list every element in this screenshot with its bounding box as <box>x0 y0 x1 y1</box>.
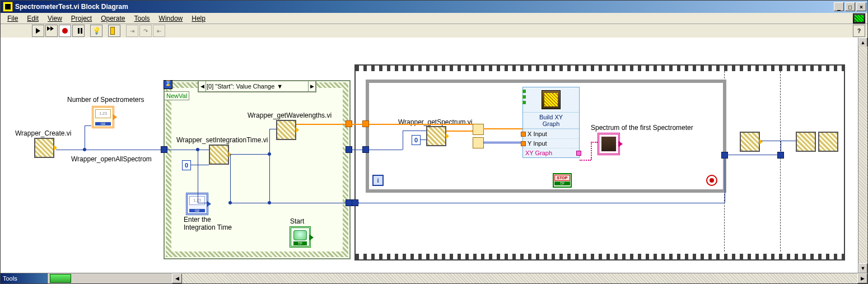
wire <box>269 129 276 129</box>
constant-zero-b[interactable]: 0 <box>412 135 421 145</box>
wire-junction <box>779 153 782 156</box>
wire <box>85 125 91 126</box>
wire <box>56 150 168 150</box>
tools-palette-titlebar[interactable]: Tools <box>1 273 48 283</box>
express-build-xy-graph[interactable]: Build XY Graph X Input Y Input XY Graph <box>522 87 580 158</box>
retain-wire-values-button[interactable] <box>108 25 120 37</box>
event-prev-case[interactable]: ◀ <box>199 81 206 91</box>
bottom-bar: Tools ◀ ▶ <box>1 273 867 283</box>
wire <box>165 150 209 150</box>
menu-tools[interactable]: Tools <box>130 13 155 24</box>
function-to-dbl[interactable] <box>473 124 484 135</box>
label-spectrum-first: Spectrum of the first Spectrometer <box>591 124 693 132</box>
subvi-frame2a[interactable] <box>740 132 760 152</box>
vi-icon[interactable] <box>853 13 865 24</box>
wire <box>403 131 426 131</box>
function-to-dbl[interactable] <box>473 137 484 148</box>
wire <box>591 142 598 143</box>
vertical-scrollbar[interactable]: ▲ ▼ <box>858 38 867 273</box>
pause-button[interactable] <box>72 25 85 37</box>
label-start: Start <box>290 217 304 225</box>
menu-window[interactable]: Window <box>155 13 188 24</box>
subvi-wrapper-getwavelengths[interactable] <box>276 120 296 140</box>
wire <box>761 141 796 141</box>
wire-junction <box>268 201 271 204</box>
event-next-case[interactable]: ▶ <box>308 81 315 91</box>
wire <box>580 160 591 161</box>
subvi-frame3[interactable] <box>796 132 816 152</box>
loop-iteration-terminal[interactable]: i <box>372 175 384 186</box>
subvi-wrapper-getspectrum[interactable] <box>426 126 446 146</box>
wire <box>725 155 725 203</box>
scroll-down-button[interactable]: ▼ <box>858 263 867 273</box>
indicator-number-of-spectrometers[interactable] <box>92 106 114 128</box>
wire <box>230 154 231 203</box>
sequence-frame-divider <box>780 71 781 252</box>
step-out-button[interactable]: ⇤ <box>153 25 165 37</box>
wire <box>198 203 209 203</box>
control-start-button[interactable] <box>290 226 311 248</box>
label-num-spectrometers: Number of Spectrometers <box>67 96 144 104</box>
constant-zero-a[interactable]: 0 <box>182 160 191 170</box>
wire <box>269 129 270 203</box>
subvi-wrapper-setintegrationtime[interactable] <box>209 145 229 165</box>
scroll-right-button[interactable]: ▶ <box>857 273 867 283</box>
menu-help[interactable]: Help <box>187 13 210 24</box>
menu-edit[interactable]: Edit <box>22 13 43 24</box>
menu-operate[interactable]: Operate <box>96 13 129 24</box>
wire <box>369 150 403 150</box>
indicator-xy-graph[interactable] <box>598 133 620 155</box>
event-case-selector[interactable]: ◀ [0] "Start": Value Change ▼ ▶ <box>198 80 316 92</box>
wire-junction <box>83 148 86 151</box>
abort-button[interactable] <box>59 25 71 37</box>
wire-junction <box>196 148 199 151</box>
wire <box>230 154 269 155</box>
event-structure[interactable]: ◀ [0] "Start": Value Change ▼ ▶ NewVal <box>164 80 351 259</box>
wire-junction <box>356 201 359 204</box>
wire <box>403 131 403 150</box>
menu-project[interactable]: Project <box>67 13 96 24</box>
wire <box>190 165 209 165</box>
wire <box>483 128 522 129</box>
wire <box>725 155 781 155</box>
tools-palette-icon[interactable] <box>50 274 71 283</box>
loop-condition-terminal[interactable] <box>706 175 717 186</box>
event-timeout-terminal[interactable] <box>164 80 172 89</box>
wire <box>591 142 592 160</box>
scroll-track[interactable] <box>858 46 867 264</box>
wire <box>351 150 367 150</box>
maximize-button[interactable]: □ <box>845 2 855 11</box>
subvi-frame3b[interactable] <box>818 132 838 152</box>
wire <box>420 139 426 140</box>
step-into-button[interactable]: ⇥ <box>126 25 138 37</box>
title-bar: SpectrometerTest.vi Block Diagram _ □ × <box>1 1 867 13</box>
window-title: SpectrometerTest.vi Block Diagram <box>15 3 128 11</box>
control-stop-terminal[interactable] <box>553 173 572 188</box>
wire <box>483 142 522 143</box>
label-wrapper-openall: Wrapper_openAllSpectrom <box>71 155 152 163</box>
wire <box>446 131 473 132</box>
close-button[interactable]: × <box>856 2 866 11</box>
run-button[interactable] <box>32 25 44 37</box>
highlight-execution-button[interactable] <box>90 25 102 37</box>
label-enter-int: Enter the Integration Time <box>184 216 232 231</box>
minimize-button[interactable]: _ <box>834 2 844 11</box>
step-over-button[interactable]: ↷ <box>139 25 152 37</box>
block-diagram-canvas[interactable]: Number of Spectrometers Wrapper_Create.v… <box>1 38 867 273</box>
wire <box>348 203 725 203</box>
menu-file[interactable]: File <box>3 13 22 24</box>
subvi-wrapper-create[interactable] <box>34 138 54 158</box>
label-wrapper-create: Wrapper_Create.vi <box>15 129 72 137</box>
toolbar: ⇥ ↷ ⇤ ? <box>1 24 867 38</box>
event-newval-terminal[interactable]: NewVal <box>165 91 189 100</box>
scroll-left-button[interactable]: ◀ <box>172 273 182 283</box>
wire-junction <box>228 201 232 204</box>
run-continuous-button[interactable] <box>45 25 58 37</box>
context-help-button[interactable]: ? <box>853 25 865 37</box>
wire <box>369 124 473 125</box>
menu-view[interactable]: View <box>43 13 67 24</box>
wire <box>85 125 85 150</box>
hscroll-track[interactable] <box>182 273 857 283</box>
wire <box>230 203 348 203</box>
control-integration-time[interactable] <box>186 193 208 215</box>
